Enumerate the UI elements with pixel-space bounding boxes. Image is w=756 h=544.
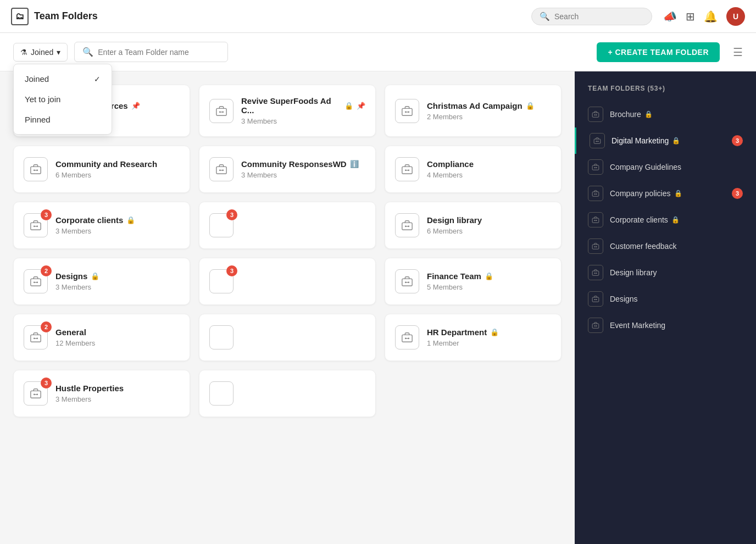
folder-card[interactable]: 3 Corporate clients🔒 3 Members [13,202,190,249]
sidebar-title: TEAM FOLDERS (53+) [575,85,756,101]
sidebar-item-name: Company Guidelines [610,163,743,171]
folder-card[interactable]: HR Department🔒 1 Member [385,314,562,361]
folder-info: Community ResponsesWDℹ️ 3 Members [241,159,365,179]
folder-card[interactable]: Finance Team🔒 5 Members [385,258,562,305]
folder-card[interactable] [199,370,376,417]
sidebar-item[interactable]: Designs [575,286,756,312]
folder-card[interactable]: Christmas Ad Campaign🔒 2 Members [385,85,562,137]
folder-name: Designs🔒 [55,271,180,281]
folder-card[interactable]: 2 General 12 Members [13,314,190,361]
sidebar-item[interactable]: Customer feedback [575,233,756,259]
folder-info: Design library 6 Members [427,215,551,235]
sidebar-folder-icon [588,318,603,333]
folder-card[interactable]: 3 [199,202,376,249]
folder-card[interactable]: Compliance 4 Members [385,146,562,193]
folder-info: Community and Research 6 Members [55,159,180,179]
sidebar-item-name: Designs [610,295,743,303]
pin-icon: 📌 [357,102,365,110]
folder-card[interactable]: 3 Hustle Properties 3 Members [13,370,190,417]
sidebar-item-name: Company policies🔒 [610,189,725,198]
grid-icon[interactable]: ⊞ [686,10,695,23]
check-icon-joined: ✓ [94,75,101,84]
view-toggle[interactable]: ☰ [733,46,743,59]
folder-card[interactable]: Community and Research 6 Members [13,146,190,193]
folder-badge: 3 [226,209,237,220]
pin-icon: 📌 [131,102,140,110]
lock-icon: 🔒 [490,328,499,336]
folder-search-input[interactable] [98,48,219,57]
folder-members: 5 Members [427,283,551,291]
sidebar-folder-icon [590,133,605,148]
sidebar-items-list: Brochure🔒 Digital Marketing🔒 3 [575,101,756,338]
bell-icon[interactable]: 🔔 [704,10,718,23]
sidebar-lock-icon: 🔒 [674,190,682,197]
folder-icon: 2 [24,325,48,349]
filter-dropdown: Joined ✓ Yet to join Pinned [13,64,112,135]
logo-icon: 🗂 [11,8,29,25]
dropdown-item-pinned[interactable]: Pinned [14,109,112,130]
sidebar-item[interactable]: Corporate clients🔒 [575,207,756,233]
global-search[interactable]: 🔍 [531,8,652,25]
folder-icon [395,157,419,181]
sidebar-item[interactable]: Design library [575,259,756,286]
folder-badge: 2 [41,321,52,332]
sidebar-lock-icon: 🔒 [671,216,680,224]
folder-info: Hustle Properties 3 Members [55,384,180,403]
dropdown-label-pinned: Pinned [25,115,51,124]
dropdown-label-yet-to-join: Yet to join [25,95,60,104]
sidebar-item[interactable]: Company policies🔒 3 [575,180,756,207]
folder-icon [395,269,419,293]
folder-info: Christmas Ad Campaign🔒 2 Members [427,101,551,121]
folder-members: 3 Members [55,227,180,235]
folder-icon: 3 [24,213,48,237]
sidebar-item[interactable]: Digital Marketing🔒 3 [575,127,756,154]
folder-card[interactable] [199,314,376,361]
lock-icon: 🔒 [485,272,493,280]
sidebar-item-badge: 3 [732,135,743,146]
sidebar-lock-icon: 🔒 [672,137,680,145]
sidebar-folder-icon [588,186,603,201]
folder-members: 3 Members [241,171,365,179]
sidebar-item-name: Event Marketing [610,321,743,330]
folder-members: 4 Members [427,171,551,179]
folder-badge: 3 [41,209,52,220]
sidebar-folder-icon [588,212,603,227]
sidebar-item-name: Design library [610,268,743,277]
folder-info: General 12 Members [55,327,180,347]
user-avatar[interactable]: U [726,7,745,26]
sidebar-panel: TEAM FOLDERS (53+) Brochure🔒 [575,71,756,544]
sidebar-item[interactable]: Event Marketing [575,312,756,338]
folder-badge: 2 [41,265,52,276]
header-icons: 📣 ⊞ 🔔 U [663,7,745,26]
dropdown-item-joined[interactable]: Joined ✓ [14,69,112,89]
folder-name: Finance Team🔒 [427,271,551,281]
filter-button[interactable]: ⚗ Joined ▾ [13,43,68,62]
folder-card[interactable]: Community ResponsesWDℹ️ 3 Members [199,146,376,193]
folder-badge: 3 [41,378,52,388]
folder-card[interactable]: Design library 6 Members [385,202,562,249]
list-view-icon[interactable]: ☰ [733,46,743,59]
search-folder-icon: 🔍 [82,47,93,57]
megaphone-icon[interactable]: 📣 [663,10,677,23]
sidebar-item[interactable]: Brochure🔒 [575,101,756,127]
folder-members: 3 Members [55,395,180,403]
folder-card[interactable]: Revive SuperFoods Ad C...🔒📌 3 Members [199,85,376,137]
app-title: Team Folders [34,10,98,22]
folder-name: Revive SuperFoods Ad C...🔒📌 [241,96,365,115]
folder-name: Design library [427,215,551,225]
global-search-input[interactable] [554,12,642,21]
folder-info: Corporate clients🔒 3 Members [55,215,180,235]
chevron-down-icon: ▾ [57,48,60,57]
folder-card[interactable]: 3 [199,258,376,305]
folder-icon [209,99,234,123]
dropdown-item-yet-to-join[interactable]: Yet to join [14,89,112,109]
folder-card[interactable]: 2 Designs🔒 3 Members [13,258,190,305]
create-team-folder-button[interactable]: + CREATE TEAM FOLDER [597,42,720,62]
sidebar-folder-icon [588,107,603,122]
folder-search[interactable]: 🔍 [74,42,228,62]
folders-grid-area: Human Resources📌 3 Members Revive SuperF… [0,71,575,544]
folder-name: Community and Research [55,159,180,169]
folder-icon [395,325,419,349]
filter-icon: ⚗ [20,48,27,57]
sidebar-item[interactable]: Company Guidelines [575,154,756,180]
